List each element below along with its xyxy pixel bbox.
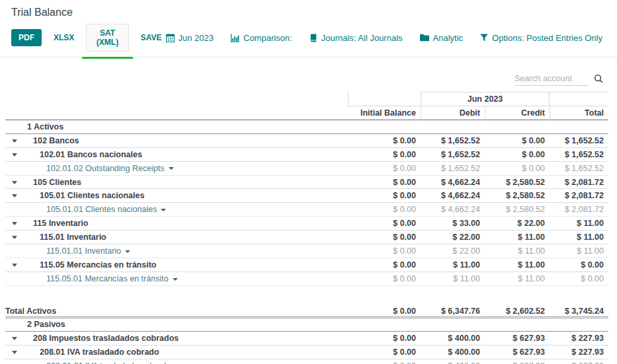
table-header-period-row: Jun 2023 [5, 92, 608, 106]
total-value: $ 11.00 [550, 231, 608, 244]
debit-value: $ 400.00 [421, 332, 485, 346]
credit-value: $ 0.00 [485, 162, 550, 176]
options-filter[interactable]: Options: Posted Entries Only [480, 33, 602, 43]
expand-caret-icon[interactable] [12, 236, 17, 239]
calendar-icon [166, 34, 175, 42]
table-row [5, 286, 608, 305]
credit-value: $ 2,602.52 [485, 305, 550, 318]
debit-value: $ 22.00 [421, 244, 485, 258]
account-label[interactable]: 208.01.01 IVA trasladado cobrado [46, 361, 171, 364]
column-header-credit: Credit [485, 106, 550, 120]
debit-value: $ 11.00 [421, 258, 485, 272]
table-row[interactable]: 102.01 Bancos nacionales $ 0.00 $ 1,652.… [5, 148, 608, 162]
initial-balance-value: $ 0.00 [348, 203, 421, 217]
debit-value: $ 1,652.52 [421, 134, 485, 148]
expand-caret-icon[interactable] [12, 264, 17, 267]
total-value: $ 0.00 [550, 272, 608, 286]
account-label[interactable]: 208.01 IVA trasladado cobrado [40, 347, 159, 357]
table-row[interactable]: 105.01 Clientes nacionales $ 0.00 $ 4,66… [5, 189, 608, 203]
credit-value: $ 11.00 [485, 231, 550, 244]
total-value: $ 1,652.52 [550, 134, 608, 148]
credit-value: $ 627.93 [485, 332, 550, 346]
account-label[interactable]: 115.05.01 Mercancías en tránsito [46, 274, 169, 283]
dropdown-caret-icon[interactable] [169, 167, 174, 170]
initial-balance-value: $ 0.00 [348, 176, 421, 190]
dropdown-caret-icon[interactable] [125, 250, 130, 253]
table-row: Total Activos $ 0.00 $ 6,347.76 $ 2,602.… [5, 305, 608, 318]
dropdown-caret-icon[interactable] [173, 278, 178, 281]
expand-caret-icon[interactable] [12, 337, 17, 340]
comparison-filter[interactable]: Comparison: [231, 33, 292, 43]
account-label[interactable]: 102.01.02 Outstanding Receipts [46, 164, 165, 173]
credit-value: $ 627.93 [485, 346, 550, 359]
expand-caret-icon[interactable] [12, 181, 17, 184]
total-value: $ 2,081.72 [550, 189, 608, 203]
table-row[interactable]: 115.01 Inventario $ 0.00 $ 22.00 $ 11.00… [5, 231, 608, 244]
table-row[interactable]: 102 Bancos $ 0.00 $ 1,652.52 $ 0.00 $ 1,… [5, 134, 608, 148]
dropdown-caret-icon[interactable] [161, 209, 166, 211]
account-label[interactable]: 115 Inventario [33, 219, 88, 228]
table-row[interactable]: 115 Inventario $ 0.00 $ 33.00 $ 22.00 $ … [5, 217, 608, 231]
debit-value: $ 1,652.52 [421, 148, 485, 162]
comparison-filter-label: Comparison: [243, 33, 292, 43]
search-account-input[interactable] [514, 73, 589, 86]
total-value: $ 227.93 [550, 346, 608, 359]
account-label[interactable]: 102.01 Bancos nacionales [40, 150, 142, 159]
bar-chart-icon [231, 34, 239, 42]
date-filter-label: Jun 2023 [179, 33, 214, 43]
table-row: 102.01.02 Outstanding Receipts $ 0.00 $ … [5, 162, 608, 176]
sat-xml-button[interactable]: SAT (XML) [86, 24, 128, 52]
expand-caret-icon[interactable] [12, 153, 17, 157]
journals-filter[interactable]: Journals: All Journals [309, 33, 403, 43]
column-header-initial-balance: Initial Balance [348, 106, 421, 120]
account-label[interactable]: 105.01.01 Clientes nacionales [46, 205, 157, 214]
debit-value: $ 4,662.24 [421, 203, 485, 217]
table-row[interactable]: 208.01 IVA trasladado cobrado $ 0.00 $ 4… [5, 346, 608, 359]
save-button[interactable]: SAVE [137, 29, 166, 46]
account-label[interactable]: 208 Impuestos trasladados cobrados [33, 334, 179, 343]
initial-balance-value: $ 0.00 [348, 162, 421, 176]
export-button-group: PDF XLSX SAT (XML) SAVE [11, 24, 166, 52]
table-row[interactable]: 115.05 Mercancías en tránsito $ 0.00 $ 1… [5, 258, 608, 272]
analytic-filter[interactable]: Analytic [420, 33, 464, 43]
expand-caret-icon[interactable] [12, 351, 17, 354]
initial-balance-value: $ 0.00 [348, 189, 421, 203]
table-row[interactable]: 208 Impuestos trasladados cobrados $ 0.0… [5, 332, 608, 346]
debit-value: $ 400.00 [421, 346, 485, 359]
expand-caret-icon[interactable] [12, 222, 17, 225]
debit-value: $ 4,662.24 [421, 176, 485, 190]
initial-balance-value: $ 0.00 [348, 346, 421, 359]
table-row[interactable]: 105 Clientes $ 0.00 $ 4,662.24 $ 2,580.5… [5, 176, 608, 190]
trial-balance-table: Jun 2023 Initial Balance Debit Credit To… [5, 92, 608, 364]
initial-balance-value: $ 0.00 [348, 134, 421, 148]
expand-caret-icon[interactable] [12, 194, 17, 198]
credit-value: $ 11.00 [485, 272, 550, 286]
account-label[interactable]: 102 Bancos [33, 136, 79, 145]
table-row: 1 Activos [5, 120, 608, 134]
xlsx-button[interactable]: XLSX [50, 29, 78, 46]
initial-balance-value: $ 0.00 [348, 148, 421, 162]
account-label[interactable]: 105.01 Clientes nacionales [40, 191, 144, 200]
account-label: 1 Activos [27, 122, 63, 131]
total-value: $ 11.00 [550, 244, 608, 258]
search-bar [0, 57, 617, 91]
initial-balance-value: $ 0.00 [348, 231, 421, 244]
account-label[interactable]: 105 Clientes [33, 178, 81, 187]
credit-value: $ 22.00 [485, 217, 550, 231]
account-label[interactable]: 115.01.01 Inventario [46, 246, 121, 256]
pdf-button[interactable]: PDF [11, 29, 42, 46]
filter-bar: Jun 2023 Comparison: Journals: All Journ… [166, 33, 603, 43]
account-label[interactable]: 115.05 Mercancías en tránsito [40, 260, 156, 270]
account-label[interactable]: 115.01 Inventario [40, 233, 106, 242]
total-value: $ 3,745.24 [550, 305, 608, 318]
analytic-filter-label: Analytic [433, 33, 464, 43]
date-filter[interactable]: Jun 2023 [166, 33, 214, 43]
initial-balance-value: $ 0.00 [348, 217, 421, 231]
credit-value: $ 11.00 [485, 244, 550, 258]
initial-balance-value: $ 0.00 [348, 359, 421, 364]
search-icon[interactable] [589, 74, 603, 85]
credit-value: $ 2,580.52 [485, 203, 550, 217]
credit-value: $ 2,580.52 [485, 189, 550, 203]
table-row: 208.01.01 IVA trasladado cobrado $ 0.00 … [5, 359, 608, 364]
expand-caret-icon[interactable] [12, 139, 17, 143]
